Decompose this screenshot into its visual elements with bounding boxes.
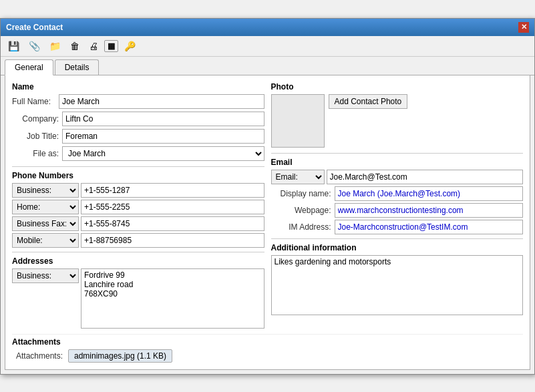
im-label: IM Address:	[271, 222, 335, 232]
left-column: Name Full Name: Company: Job Title:	[12, 82, 264, 329]
dialog-title: Create Contact	[6, 23, 63, 32]
attachments-label: Attachments:	[12, 351, 65, 361]
job-title-row: Job Title:	[12, 129, 264, 144]
file-as-select[interactable]: Joe March	[62, 146, 264, 161]
add-photo-button[interactable]: Add Contact Photo	[329, 94, 408, 109]
tab-details[interactable]: Details	[55, 59, 100, 75]
display-name-row: Display name:	[271, 186, 524, 201]
right-column: Photo Add Contact Photo Email Email:	[271, 82, 524, 329]
file-as-row: File as: Joe March	[12, 146, 264, 161]
phone-type-2[interactable]: Business Fax:	[12, 216, 79, 231]
attachments-title: Attachments	[12, 337, 523, 347]
additional-section-title: Additional information	[271, 243, 524, 252]
name-section: Name Full Name: Company: Job Title:	[12, 82, 264, 161]
close-button[interactable]: ✕	[518, 22, 529, 33]
display-name-label: Display name:	[271, 189, 335, 198]
email-section: Email Email: Display name: Webpage:	[271, 158, 524, 234]
photo-area: Add Contact Photo	[271, 94, 524, 148]
phone-section: Phone Numbers Business: Home: Business F…	[12, 171, 264, 248]
company-row: Company:	[12, 112, 264, 126]
phone-input-0[interactable]	[81, 183, 264, 198]
toolbar: 💾 📎 📁 🗑 🖨 ▦ 🔑	[1, 36, 534, 57]
job-title-input[interactable]	[62, 129, 264, 144]
create-contact-dialog: Create Contact ✕ 💾 📎 📁 🗑 🖨 ▦ 🔑 General D…	[0, 18, 535, 375]
phone-input-2[interactable]	[81, 216, 264, 231]
print-button[interactable]: 🖨	[85, 39, 102, 53]
attach-button[interactable]: 📎	[25, 39, 43, 53]
full-name-label: Full Name:	[12, 97, 59, 106]
photo-placeholder	[271, 94, 325, 148]
email-type-select[interactable]: Email:	[271, 170, 325, 184]
name-section-title: Name	[12, 82, 264, 91]
attachments-section: Attachments Attachments: adminimages.jpg…	[12, 334, 523, 363]
phone-type-1[interactable]: Home:	[12, 200, 79, 214]
main-content: Name Full Name: Company: Job Title:	[5, 75, 530, 370]
additional-textarea[interactable]: Likes gardening and motorsports	[271, 255, 524, 315]
company-label: Company:	[12, 114, 62, 124]
phone-row-3: Mobile:	[12, 233, 264, 248]
im-input[interactable]	[335, 220, 524, 234]
phone-section-title: Phone Numbers	[12, 171, 264, 180]
attachment-chip[interactable]: adminimages.jpg (1.1 KB)	[68, 349, 172, 363]
open-button[interactable]: 📁	[46, 39, 64, 53]
title-bar: Create Contact ✕	[1, 19, 534, 36]
im-row: IM Address:	[271, 220, 524, 234]
address-section-title: Addresses	[12, 256, 264, 266]
grid-button[interactable]: ▦	[104, 40, 118, 52]
webpage-label: Webpage:	[271, 206, 335, 215]
photo-section-title: Photo	[271, 82, 524, 91]
photo-section: Photo Add Contact Photo	[271, 82, 524, 148]
company-input[interactable]	[62, 112, 264, 126]
phone-row-0: Business:	[12, 183, 264, 198]
email-row: Email:	[271, 170, 524, 184]
full-name-row: Full Name:	[12, 94, 264, 109]
save-button[interactable]: 💾	[5, 39, 23, 53]
attachments-row: Attachments: adminimages.jpg (1.1 KB)	[12, 349, 523, 363]
phone-type-3[interactable]: Mobile:	[12, 233, 79, 248]
email-input[interactable]	[327, 170, 524, 184]
phone-row-1: Home:	[12, 200, 264, 214]
address-type-select[interactable]: Business:	[12, 268, 79, 283]
two-col-layout: Name Full Name: Company: Job Title:	[12, 82, 523, 329]
delete-button[interactable]: 🗑	[67, 39, 83, 53]
file-as-label: File as:	[12, 149, 62, 158]
phone-input-3[interactable]	[81, 233, 264, 248]
key-button[interactable]: 🔑	[121, 39, 139, 53]
webpage-row: Webpage:	[271, 203, 524, 218]
phone-type-0[interactable]: Business:	[12, 183, 79, 198]
email-section-title: Email	[271, 158, 524, 167]
tab-general[interactable]: General	[5, 59, 53, 75]
phone-input-1[interactable]	[81, 200, 264, 214]
webpage-input[interactable]	[335, 203, 524, 218]
additional-section: Additional information Likes gardening a…	[271, 243, 524, 317]
display-name-input[interactable]	[335, 186, 524, 201]
job-title-label: Job Title:	[12, 132, 62, 141]
phone-row-2: Business Fax:	[12, 216, 264, 231]
full-name-input[interactable]	[59, 94, 264, 109]
tabs-container: General Details	[1, 57, 534, 75]
address-section: Addresses Business: Fordrive 99 Lanchire…	[12, 256, 264, 329]
address-textarea[interactable]: Fordrive 99 Lanchire road 768XC90	[81, 268, 264, 329]
address-row: Business: Fordrive 99 Lanchire road 768X…	[12, 268, 264, 329]
